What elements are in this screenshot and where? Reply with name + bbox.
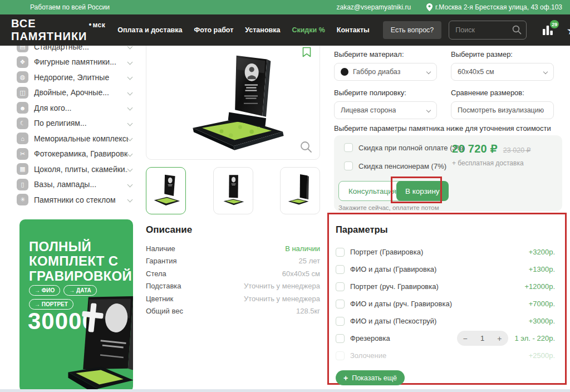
plinths-category-icon: ▦ xyxy=(17,163,28,175)
glass-category-icon: ✳ xyxy=(17,194,28,205)
figured-category-icon: ❖ xyxy=(17,56,28,68)
search-icon[interactable] xyxy=(512,25,522,35)
material-color-swatch xyxy=(341,68,348,76)
desc-row-warranty: Гарантия25 лет xyxy=(146,255,320,268)
stepper-minus-button[interactable]: − xyxy=(463,335,468,342)
desc-row-weight: Общий вес128.5кг xyxy=(146,305,320,318)
nav-photo-works[interactable]: Фото работ xyxy=(194,26,233,34)
sidebar-item-double-arched[interactable]: ◫Двойные, Арочные... xyxy=(0,85,142,101)
nav-payment-delivery[interactable]: Оплата и доставка xyxy=(117,26,182,34)
chevron-down-icon xyxy=(426,108,431,112)
thumbnail-strip xyxy=(146,167,320,214)
polish-select[interactable]: Лицевая сторона xyxy=(334,101,437,119)
checkbox-icon xyxy=(336,334,345,343)
show-more-button[interactable]: + Показать ещё xyxy=(336,370,405,385)
compare-button[interactable]: 29 xyxy=(540,23,555,37)
logo[interactable]: ВСЕ ПАМЯТНИКИ • мск xyxy=(11,17,105,43)
desc-row-stand: ПодставкаУточнить у менеджера xyxy=(146,280,320,293)
sidebar-item-by-religion[interactable]: ☾По религиям... xyxy=(0,116,142,131)
topbar-address-text: г.Москва 2-я Брестская улица, 43 оф.103 xyxy=(435,3,562,11)
nav-installation[interactable]: Установка xyxy=(245,26,280,34)
param-portrait-hand-engraving[interactable]: Портрет (руч. Гравировка) +12000р. xyxy=(336,278,555,295)
double-category-icon: ◫ xyxy=(17,87,28,99)
size-select[interactable]: 60x40x5 см xyxy=(451,63,554,81)
param-milling[interactable]: Фрезеровка − 1 + 1 эл. - 220р. xyxy=(336,330,555,347)
logo-city: мск xyxy=(92,21,105,29)
chevron-down-icon xyxy=(127,90,133,95)
zoom-image-icon[interactable] xyxy=(300,141,312,153)
material-select[interactable]: Габбро диабаз xyxy=(334,63,437,81)
chevron-down-icon xyxy=(127,182,133,187)
product-monument-image xyxy=(166,50,305,155)
nav-contacts[interactable]: Контакты xyxy=(337,26,370,34)
add-to-cart-button[interactable]: В корзину xyxy=(396,181,449,201)
chevron-down-icon xyxy=(127,59,133,65)
location-pin-icon xyxy=(426,3,433,11)
thumbnail-1-image xyxy=(150,172,182,210)
main-header: ВСЕ ПАМЯТНИКИ • мск Оплата и доставка Фо… xyxy=(0,14,570,46)
checkbox-icon xyxy=(344,143,353,152)
param-gilding[interactable]: Золочение +2500р. xyxy=(336,347,555,364)
chevron-down-icon xyxy=(127,105,133,111)
visualization-button[interactable]: Посмотреть визуализацию xyxy=(451,101,554,119)
description-section: Описание НаличиеВ наличии Гарантия25 лет… xyxy=(146,224,320,317)
thumbnail-1[interactable] xyxy=(146,167,186,214)
size-comparison-label: Сравнение размеров: xyxy=(451,89,554,97)
search-box xyxy=(449,21,527,40)
product-image-card[interactable] xyxy=(146,28,320,160)
stepper-plus-button[interactable]: + xyxy=(497,335,502,342)
sidebar-item-glass-monuments[interactable]: ✳Памятники со стеклом xyxy=(0,192,142,208)
header-icons: 29 ★ 0 0 xyxy=(540,23,570,37)
param-fio-dates-hand-engraving[interactable]: ФИО и даты (руч. Гравировка) +7000р. xyxy=(336,295,555,312)
topbar-email-link[interactable]: zakaz@vsepamyatniki.ru xyxy=(337,3,411,11)
checkbox-icon xyxy=(336,248,345,257)
sidebar-item-figured[interactable]: ❖Фигурные памятники... xyxy=(0,55,142,70)
price-block: 20 720 ₽ 23 020 ₽ + бесплатная доставка xyxy=(452,142,531,167)
topbar-tagline: Работаем по всей России xyxy=(30,3,110,11)
parameters-hint: Выберите параметры памятника ниже для ут… xyxy=(334,124,568,133)
sidebar-item-for-whom[interactable]: ☻Для кого... xyxy=(0,100,142,116)
material-label: Выберите материал: xyxy=(334,50,437,58)
description-title: Описание xyxy=(146,224,320,236)
thumbnail-2-image xyxy=(217,172,249,210)
checkbox-icon xyxy=(336,300,345,308)
desc-row-availability: НаличиеВ наличии xyxy=(146,242,320,255)
param-portrait-engraving[interactable]: Портрет (Гравировка) +3200р. xyxy=(336,243,555,261)
thumbnail-3[interactable] xyxy=(280,167,320,214)
size-label: Выберите размер: xyxy=(451,50,554,58)
promo-monument-image xyxy=(63,279,133,392)
discount-pensioners-checkbox[interactable]: Скидка пенсионерам (7%) xyxy=(344,161,446,170)
param-fio-dates-sandblast[interactable]: ФИО и даты (Пескоструй) +3000р. xyxy=(336,312,555,330)
sidebar-item-photoceramics[interactable]: ✂Фотокерамика, Гравировка... xyxy=(0,146,142,162)
checkbox-icon xyxy=(344,161,353,170)
thumbnail-2[interactable] xyxy=(213,167,253,214)
plus-icon: + xyxy=(343,374,348,382)
stepper-value: 1 xyxy=(480,334,484,342)
chevron-down-icon xyxy=(127,120,133,126)
nav-discounts[interactable]: Скидки % xyxy=(292,26,325,34)
thumbnail-3-image xyxy=(284,172,316,210)
sidebar-item-budget-elite[interactable]: ◍Недорогие, Элитные xyxy=(0,70,142,85)
milling-quantity-stepper: − 1 + xyxy=(457,331,508,346)
sidebar-item-vases-lamps[interactable]: ▯Вазы, лампады... xyxy=(0,177,142,193)
photoceramics-category-icon: ✂ xyxy=(17,148,28,160)
vases-category-icon: ▯ xyxy=(17,179,28,190)
logo-dot: • xyxy=(89,20,91,29)
param-fio-dates-engraving[interactable]: ФИО и даты (Гравировка) +1300р. xyxy=(336,261,555,278)
memorial-category-icon: ⌂ xyxy=(17,133,28,144)
promo-banner[interactable]: ПОЛНЫЙ КОМПЛЕКТ С ГРАВИРОВКОЙ → ФИО → ДА… xyxy=(19,219,133,392)
favorites-button[interactable]: ★ 0 xyxy=(564,23,570,37)
discount-full-payment-checkbox[interactable]: Скидка при полной оплате (3%) xyxy=(344,143,465,152)
main-nav: Оплата и доставка Фото работ Установка С… xyxy=(117,26,370,34)
budget-category-icon: ◍ xyxy=(17,71,28,83)
checkbox-icon xyxy=(336,265,345,274)
current-price: 20 720 ₽ xyxy=(452,142,498,155)
checkbox-icon xyxy=(336,351,345,360)
religion-category-icon: ☾ xyxy=(17,117,28,129)
sidebar-item-plinths-slabs[interactable]: ▦Цоколя, плиты, скамейки... xyxy=(0,161,142,177)
ask-question-button[interactable]: Есть вопрос? xyxy=(383,21,441,39)
sidebar-item-memorial-complexes[interactable]: ⌂Мемориальные комплексы xyxy=(0,131,142,146)
chevron-down-icon xyxy=(127,166,133,172)
parameters-title: Параметры xyxy=(336,224,555,235)
checkbox-icon xyxy=(336,282,345,291)
